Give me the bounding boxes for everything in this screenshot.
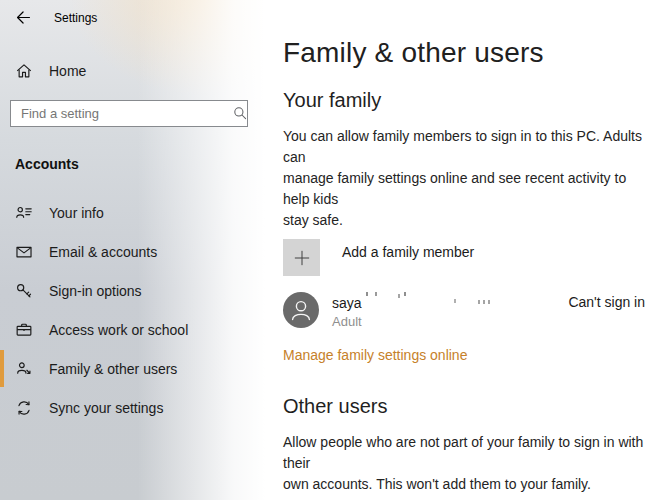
sync-icon xyxy=(15,399,33,417)
other-users-description: Allow people who are not part of your fa… xyxy=(283,432,645,495)
sidebar-item-access-work-school[interactable]: Access work or school xyxy=(0,310,265,349)
back-arrow-icon xyxy=(15,9,32,26)
titlebar: Settings xyxy=(0,0,265,26)
member-role: Adult xyxy=(332,314,490,329)
selected-indicator xyxy=(0,350,4,387)
sidebar-item-label: Access work or school xyxy=(49,322,188,338)
sidebar-item-your-info[interactable]: Your info xyxy=(0,193,265,232)
settings-window: Settings Home Accounts xyxy=(0,0,670,500)
plus-icon xyxy=(293,249,311,267)
search-icon[interactable] xyxy=(232,105,248,121)
sidebar-item-email-accounts[interactable]: Email & accounts xyxy=(0,232,265,271)
briefcase-icon xyxy=(15,321,33,339)
your-family-heading: Your family xyxy=(283,88,645,112)
sidebar-item-label: Your info xyxy=(49,205,104,221)
home-label: Home xyxy=(49,63,86,79)
back-button[interactable] xyxy=(15,9,32,26)
add-family-member-label: Add a family member xyxy=(342,244,474,260)
avatar xyxy=(283,292,319,328)
search-input[interactable] xyxy=(10,100,248,127)
contact-card-icon xyxy=(15,204,33,222)
member-info: saya Adult xyxy=(332,294,490,329)
main-content: Family & other users Your family You can… xyxy=(265,0,670,500)
sidebar-item-home[interactable]: Home xyxy=(0,54,265,88)
member-status: Can't sign in xyxy=(568,294,645,310)
search-box xyxy=(10,100,255,127)
add-family-member-button[interactable]: Add a family member xyxy=(283,239,645,276)
member-name: saya xyxy=(332,295,490,311)
home-icon xyxy=(15,62,33,80)
sidebar-item-sign-in-options[interactable]: Sign-in options xyxy=(0,271,265,310)
sidebar: Settings Home Accounts xyxy=(0,0,265,500)
page-title: Family & other users xyxy=(283,36,645,70)
your-family-description: You can allow family members to sign in … xyxy=(283,126,645,231)
family-icon xyxy=(15,360,33,378)
sidebar-item-label: Family & other users xyxy=(49,361,177,377)
manage-family-settings-link[interactable]: Manage family settings online xyxy=(283,347,467,364)
envelope-icon xyxy=(15,243,33,261)
app-title: Settings xyxy=(54,11,97,25)
key-icon xyxy=(15,282,33,300)
redacted-name-blur xyxy=(362,298,490,308)
sidebar-item-label: Sync your settings xyxy=(49,400,163,416)
sidebar-item-sync-settings[interactable]: Sync your settings xyxy=(0,388,265,427)
sidebar-nav: Your info Email & accounts xyxy=(0,193,265,427)
sidebar-section-accounts: Accounts xyxy=(0,156,265,172)
family-member-row[interactable]: saya Adult Can't sign in xyxy=(283,292,645,329)
sidebar-item-label: Sign-in options xyxy=(49,283,142,299)
sidebar-item-label: Email & accounts xyxy=(49,244,157,260)
plus-tile xyxy=(283,239,320,276)
sidebar-item-family-other-users[interactable]: Family & other users xyxy=(0,349,265,388)
other-users-heading: Other users xyxy=(283,394,645,418)
